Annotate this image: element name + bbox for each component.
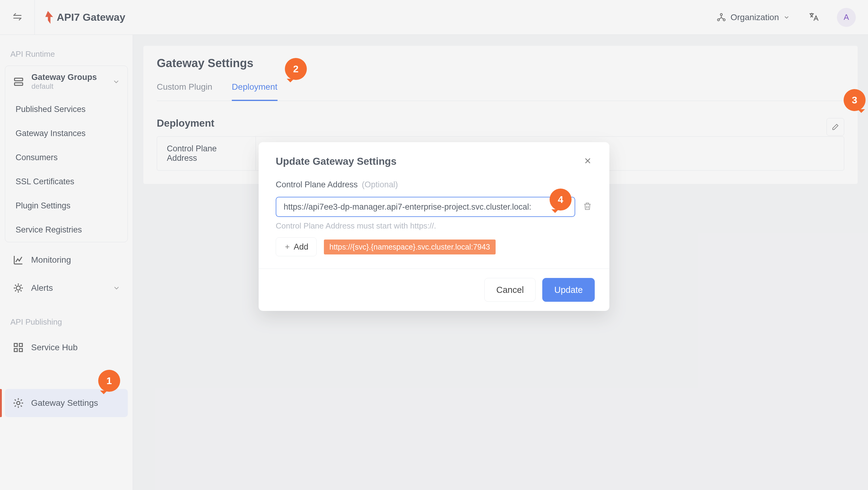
annotation-bubble-1: 1 (98, 370, 120, 392)
annotation-bubble-4: 4 (550, 189, 571, 211)
close-icon (583, 156, 592, 165)
annotation-bubble-3: 3 (844, 89, 866, 111)
field-label: Control Plane Address (Optional) (276, 180, 592, 189)
add-label: Add (294, 242, 308, 252)
cancel-button[interactable]: Cancel (484, 278, 535, 302)
modal-title: Update Gateway Settings (276, 156, 397, 167)
annotation-bubble-2: 2 (285, 58, 307, 80)
delete-address-button[interactable] (583, 202, 592, 212)
field-label-text: Control Plane Address (276, 180, 358, 189)
add-address-button[interactable]: Add (276, 237, 317, 256)
update-gateway-settings-modal: Update Gateway Settings Control Plane Ad… (259, 142, 609, 311)
modal-close-button[interactable] (583, 156, 592, 166)
update-button[interactable]: Update (542, 278, 595, 302)
control-plane-address-input[interactable] (276, 197, 575, 217)
plus-icon (284, 243, 291, 250)
trash-icon (583, 202, 592, 211)
address-template-chip: https://{svc}.{namespace}.svc.cluster.lo… (324, 240, 496, 254)
field-optional: (Optional) (362, 180, 398, 189)
field-hint: Control Plane Address must start with ht… (276, 221, 592, 231)
modal-overlay[interactable]: Update Gateway Settings Control Plane Ad… (0, 0, 868, 490)
